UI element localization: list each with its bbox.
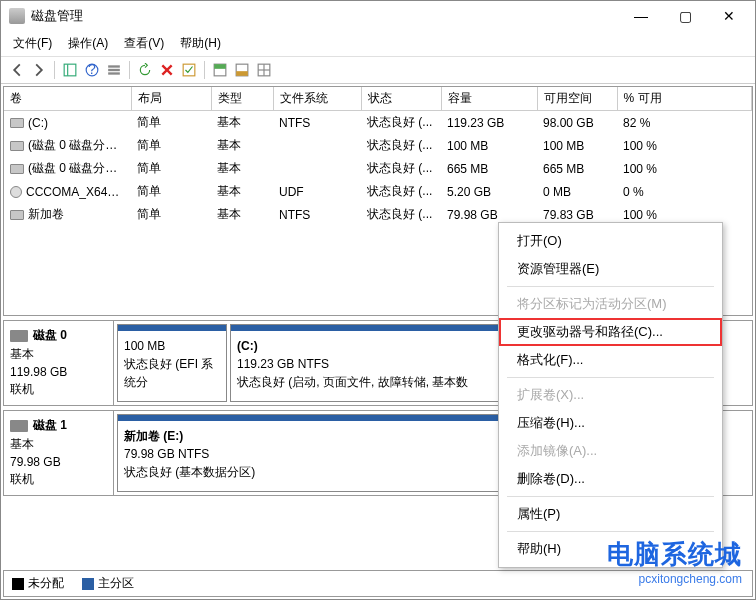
context-menu: 打开(O) 资源管理器(E) 将分区标记为活动分区(M) 更改驱动器号和路径(C… — [498, 222, 723, 568]
col-layout[interactable]: 布局 — [131, 87, 211, 111]
legend-primary: 主分区 — [98, 576, 134, 590]
ctx-change-drive-letter[interactable]: 更改驱动器号和路径(C)... — [499, 318, 722, 346]
svg-text:?: ? — [88, 63, 96, 77]
ctx-extend: 扩展卷(X)... — [499, 381, 722, 409]
forward-icon[interactable] — [29, 60, 49, 80]
legend: 未分配 主分区 — [3, 570, 753, 597]
refresh-icon[interactable] — [135, 60, 155, 80]
volume-icon — [10, 186, 22, 198]
volume-icon — [10, 118, 24, 128]
table-row[interactable]: (磁盘 0 磁盘分区 4)简单基本状态良好 (...665 MB665 MB10… — [4, 157, 752, 180]
disk-type: 基本 — [10, 346, 107, 363]
back-icon[interactable] — [7, 60, 27, 80]
ctx-format[interactable]: 格式化(F)... — [499, 346, 722, 374]
disk-state: 联机 — [10, 471, 107, 488]
col-volume[interactable]: 卷 — [4, 87, 131, 111]
minimize-button[interactable]: — — [619, 2, 663, 30]
layout-grid-icon[interactable] — [254, 60, 274, 80]
ctx-explorer[interactable]: 资源管理器(E) — [499, 255, 722, 283]
col-type[interactable]: 类型 — [211, 87, 273, 111]
col-fs[interactable]: 文件系统 — [273, 87, 361, 111]
disk-name: 磁盘 1 — [10, 417, 107, 434]
panel-icon[interactable] — [60, 60, 80, 80]
titlebar: 磁盘管理 — ▢ ✕ — [1, 1, 755, 31]
svg-rect-4 — [108, 65, 120, 67]
ctx-add-mirror: 添加镜像(A)... — [499, 437, 722, 465]
ctx-help[interactable]: 帮助(H) — [499, 535, 722, 563]
app-icon — [9, 8, 25, 24]
list-icon[interactable] — [104, 60, 124, 80]
disk-size: 119.98 GB — [10, 365, 107, 379]
col-capacity[interactable]: 容量 — [441, 87, 537, 111]
ctx-properties[interactable]: 属性(P) — [499, 500, 722, 528]
volume-icon — [10, 164, 24, 174]
delete-icon[interactable] — [157, 60, 177, 80]
ctx-open[interactable]: 打开(O) — [499, 227, 722, 255]
disk-icon — [10, 330, 28, 342]
window-title: 磁盘管理 — [31, 7, 619, 25]
ctx-mark-active: 将分区标记为活动分区(M) — [499, 290, 722, 318]
svg-rect-5 — [108, 69, 120, 71]
close-button[interactable]: ✕ — [707, 2, 751, 30]
ctx-delete-volume[interactable]: 删除卷(D)... — [499, 465, 722, 493]
svg-rect-11 — [236, 71, 248, 76]
layout-top-icon[interactable] — [210, 60, 230, 80]
svg-rect-0 — [64, 64, 76, 76]
col-free[interactable]: 可用空间 — [537, 87, 617, 111]
help-icon[interactable]: ? — [82, 60, 102, 80]
maximize-button[interactable]: ▢ — [663, 2, 707, 30]
menu-help[interactable]: 帮助(H) — [174, 33, 231, 54]
layout-bottom-icon[interactable] — [232, 60, 252, 80]
disk-icon — [10, 420, 28, 432]
col-status[interactable]: 状态 — [361, 87, 441, 111]
checklist-icon[interactable] — [179, 60, 199, 80]
partition[interactable]: 100 MB状态良好 (EFI 系统分 — [117, 324, 227, 402]
disk-size: 79.98 GB — [10, 455, 107, 469]
svg-rect-9 — [214, 64, 226, 69]
table-row[interactable]: CCCOMA_X64FR...简单基本UDF状态良好 (...5.20 GB0 … — [4, 180, 752, 203]
table-row[interactable]: (磁盘 0 磁盘分区 1)简单基本状态良好 (...100 MB100 MB10… — [4, 134, 752, 157]
volume-icon — [10, 141, 24, 151]
disk-type: 基本 — [10, 436, 107, 453]
table-row[interactable]: (C:)简单基本NTFS状态良好 (...119.23 GB98.00 GB82… — [4, 111, 752, 135]
legend-unallocated: 未分配 — [28, 576, 64, 590]
menu-file[interactable]: 文件(F) — [7, 33, 62, 54]
menu-view[interactable]: 查看(V) — [118, 33, 174, 54]
svg-rect-6 — [108, 72, 120, 74]
disk-state: 联机 — [10, 381, 107, 398]
ctx-shrink[interactable]: 压缩卷(H)... — [499, 409, 722, 437]
menubar: 文件(F) 操作(A) 查看(V) 帮助(H) — [1, 31, 755, 57]
volume-icon — [10, 210, 24, 220]
disk-name: 磁盘 0 — [10, 327, 107, 344]
toolbar: ? — [1, 57, 755, 84]
menu-action[interactable]: 操作(A) — [62, 33, 118, 54]
col-pct[interactable]: % 可用 — [617, 87, 752, 111]
